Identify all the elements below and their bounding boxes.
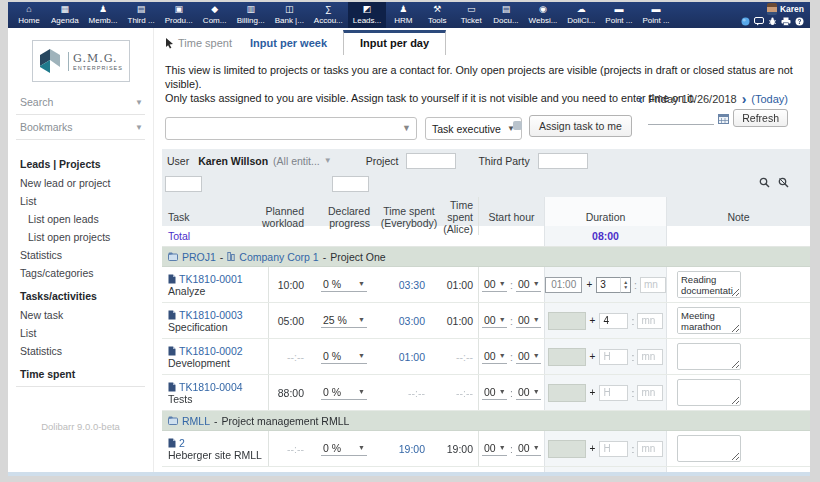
planned-workload: --:-- (287, 443, 304, 455)
menu-item-produ[interactable]: ▣Produ... (160, 2, 198, 28)
menu-item-accou[interactable]: ∑Accou... (309, 2, 348, 28)
menu-item-ticket[interactable]: ▭Ticket (454, 2, 488, 28)
menu-item-label: HRM (394, 16, 412, 25)
sidebar-item-statistics[interactable]: Statistics (8, 342, 153, 360)
menu-item-home[interactable]: ⌂Home (12, 2, 46, 28)
project-filter-input[interactable] (406, 153, 456, 169)
sidebar-item-new-task[interactable]: New task (8, 306, 153, 324)
menu-item-point[interactable]: ▬Point ... (600, 2, 637, 28)
start-hour-select[interactable]: 00▼ (482, 350, 507, 364)
menu-item-websi[interactable]: ◉Websi... (524, 2, 563, 28)
time-spent-everybody-link[interactable]: 19:00 (399, 443, 425, 455)
calendar-icon[interactable] (718, 113, 729, 124)
spinner-stepper[interactable]: ▲▼ (620, 277, 631, 293)
time-spent-everybody-link[interactable]: 03:00 (399, 315, 425, 327)
sidebar-item-list-open-leads[interactable]: List open leads (8, 210, 153, 228)
project-ref-link[interactable]: PROJ1 (182, 251, 216, 263)
sidebar-item-tags-categories[interactable]: Tags/categories (8, 264, 153, 282)
duration-hours-input[interactable] (596, 277, 620, 293)
progress-filter-input[interactable] (332, 176, 369, 192)
duration-hours-input[interactable] (599, 313, 628, 329)
project-ref-link[interactable]: RMLL (182, 415, 210, 427)
task-ref-link[interactable]: TK1810-0002 (179, 345, 243, 357)
task-filter-input[interactable] (165, 176, 202, 192)
menu-item-docu[interactable]: ▤Docu... (488, 2, 523, 28)
duration-minutes-input[interactable] (637, 313, 663, 329)
duration-minutes-input[interactable] (637, 385, 663, 401)
note-textarea[interactable] (677, 379, 741, 406)
progress-select[interactable]: 0 %▼ (321, 386, 367, 400)
duration-hours-input[interactable] (599, 349, 628, 365)
start-minute-select[interactable]: 00▼ (516, 442, 541, 456)
sidebar-item-list[interactable]: List (8, 192, 153, 210)
sidebar-item-statistics[interactable]: Statistics (8, 246, 153, 264)
menu-item-third[interactable]: ▤Third ... (123, 2, 160, 28)
note-textarea[interactable] (677, 307, 741, 334)
date-input[interactable] (648, 111, 714, 125)
task-ref-link[interactable]: 2 (179, 437, 185, 449)
start-minute-select[interactable]: 00▼ (516, 386, 541, 400)
time-spent-everybody-link[interactable]: 03:30 (399, 279, 425, 291)
menu-item-point[interactable]: ▬Point ... (637, 2, 674, 28)
time-spent-everybody-link[interactable]: 01:00 (399, 351, 425, 363)
assign-task-button[interactable]: Assign task to me (529, 115, 632, 137)
task-combobox[interactable]: ▼ (165, 117, 417, 140)
start-minute-select[interactable]: 00▼ (516, 278, 541, 292)
menu-item-dolicl[interactable]: ☁DoliCl... (562, 2, 600, 28)
today-link[interactable]: (Today) (751, 93, 788, 105)
task-ref-link[interactable]: TK1810-0003 (179, 309, 243, 321)
duration-hours-input[interactable] (599, 441, 628, 457)
progress-select[interactable]: 25 %▼ (321, 314, 367, 328)
menu-item-hrm[interactable]: ♟HRM (386, 2, 420, 28)
tab-input-per-week[interactable]: Input per week (250, 37, 327, 49)
prev-day-button[interactable]: ‹ (638, 94, 643, 105)
chat-icon[interactable] (754, 17, 764, 26)
progress-select[interactable]: 0 %▼ (321, 278, 367, 292)
task-ref-link[interactable]: TK1810-0001 (179, 273, 243, 285)
start-hour-select[interactable]: 00▼ (482, 314, 507, 328)
next-day-button[interactable]: › (742, 94, 747, 105)
start-minute-select[interactable]: 00▼ (516, 314, 541, 328)
clear-filter-icon[interactable] (778, 177, 790, 188)
user-avatar[interactable] (767, 3, 777, 15)
note-textarea[interactable] (677, 435, 741, 462)
help-icon[interactable]: ? (795, 17, 804, 26)
note-textarea[interactable] (677, 271, 741, 298)
duration-hours-input[interactable] (599, 385, 628, 401)
sidebar-bookmarks-select[interactable]: Bookmarks ▼ (8, 117, 153, 137)
start-hour-select[interactable]: 00▼ (482, 442, 507, 456)
task-ref-link[interactable]: TK1810-0004 (179, 381, 243, 393)
entity-select[interactable]: (All entit... ▼ (273, 155, 332, 167)
progress-select[interactable]: 0 %▼ (321, 442, 367, 456)
duration-minutes-input[interactable] (637, 349, 663, 365)
duration-existing-box[interactable]: 01:00 (545, 277, 582, 293)
bug-icon[interactable] (768, 17, 777, 26)
company-link[interactable]: Company Corp 1 (239, 251, 318, 263)
duration-minutes-input[interactable] (637, 441, 663, 457)
menu-item-billing[interactable]: ▥Billing... (232, 2, 270, 28)
globe-icon[interactable] (741, 17, 750, 26)
duration-minutes-input[interactable] (640, 277, 666, 293)
menu-item-bank[interactable]: ◫Bank |... (270, 2, 309, 28)
sidebar-item-list[interactable]: List (8, 324, 153, 342)
search-icon[interactable] (759, 177, 770, 188)
menu-item-memb[interactable]: ♟Memb... (84, 2, 123, 28)
start-hour-select[interactable]: 00▼ (482, 386, 507, 400)
menu-item-com[interactable]: ◆Com... (198, 2, 232, 28)
start-minute-select[interactable]: 00▼ (516, 350, 541, 364)
user-name[interactable]: Karen (780, 4, 804, 14)
menu-item-agenda[interactable]: ▦Agenda (46, 2, 84, 28)
sidebar-item-list-open-projects[interactable]: List open projects (8, 228, 153, 246)
sidebar-search-select[interactable]: Search ▼ (8, 92, 153, 112)
menu-item-tools[interactable]: ⚒Tools (420, 2, 454, 28)
refresh-button[interactable]: Refresh (733, 109, 788, 127)
role-select[interactable]: Task executive ▼ (425, 117, 522, 140)
tab-input-per-day[interactable]: Input per day (343, 30, 446, 55)
menu-item-leads[interactable]: ◩Leads... (348, 2, 386, 28)
print-icon[interactable] (781, 17, 791, 26)
note-textarea[interactable] (677, 343, 741, 370)
sidebar-item-new-lead-or-project[interactable]: New lead or project (8, 174, 153, 192)
third-party-filter-input[interactable] (538, 153, 588, 169)
progress-select[interactable]: 0 %▼ (321, 350, 367, 364)
start-hour-select[interactable]: 00▼ (482, 278, 507, 292)
